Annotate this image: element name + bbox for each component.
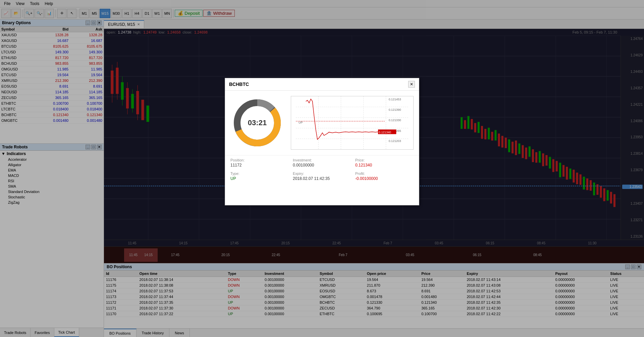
type-label: Type:: [230, 172, 289, 176]
svg-text:0.121453: 0.121453: [389, 98, 401, 101]
profit-value: -0.00100000: [355, 176, 414, 181]
svg-text:0.121340: 0.121340: [379, 131, 391, 134]
bchbtc-modal: BCHBTC ✕ 03:21: [225, 78, 419, 205]
position-value: 11172: [230, 163, 289, 167]
price-label: Price:: [355, 158, 414, 162]
price-group: Price: 0.121340: [355, 158, 414, 167]
position-group: Position: 11172: [230, 158, 289, 167]
expiry-label: Expiry:: [293, 172, 351, 176]
investment-label: Investment:: [293, 158, 351, 162]
modal-info: Position: 11172 Investment: 0.00100000 P…: [225, 155, 419, 186]
modal-title-bar: BCHBTC ✕: [225, 78, 419, 91]
position-label: Position:: [230, 158, 289, 162]
type-value: UP: [230, 176, 289, 181]
svg-text:0.121330: 0.121330: [389, 118, 401, 122]
donut-chart: 03:21: [230, 96, 284, 150]
svg-text:0.121203: 0.121203: [389, 139, 401, 143]
modal-chart-svg: 0.121453 0.121390 0.121330 0.121265 0.12…: [291, 96, 413, 149]
profit-group: Profit: -0.00100000: [355, 172, 414, 181]
svg-text:0.121390: 0.121390: [389, 108, 401, 111]
modal-price-chart: 0.121453 0.121390 0.121330 0.121265 0.12…: [291, 96, 414, 150]
type-group: Type: UP: [230, 172, 289, 181]
modal-body: 03:21 0.121453 0.121390: [225, 91, 419, 155]
timer-display: 03:21: [248, 118, 267, 127]
expiry-value: 2018.02.07 11:42:35: [293, 176, 351, 181]
modal-overlay: BCHBTC ✕ 03:21: [0, 0, 644, 337]
profit-label: Profit:: [355, 172, 414, 176]
investment-value: 0.00100000: [293, 163, 351, 167]
expiry-group: Expiry: 2018.02.07 11:42:35: [293, 172, 351, 181]
price-value: 0.121340: [355, 163, 414, 167]
modal-close-btn[interactable]: ✕: [408, 81, 415, 88]
investment-group: Investment: 0.00100000: [293, 158, 351, 167]
svg-text:UP: UP: [299, 121, 303, 124]
modal-title: BCHBTC: [229, 82, 249, 87]
